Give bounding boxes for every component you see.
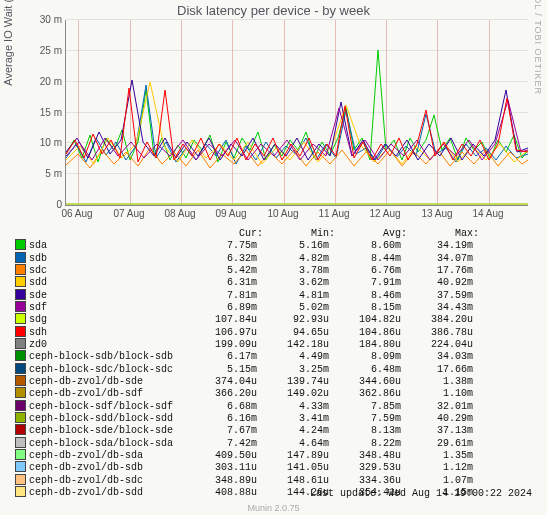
- legend-row: ceph-db-zvol/db-sda 409.50u 147.89u 348.…: [15, 450, 479, 462]
- legend-swatch: [15, 363, 26, 374]
- legend-swatch: [15, 276, 26, 287]
- legend-row: ceph-block-sdf/block-sdf 6.68m 4.33m 7.8…: [15, 401, 479, 413]
- legend-swatch: [15, 412, 26, 423]
- legend-swatch: [15, 375, 26, 386]
- xtick-3: 09 Aug: [215, 208, 246, 219]
- legend-swatch: [15, 239, 26, 250]
- ytick-1: 5 m: [22, 168, 62, 179]
- ytick-0: 0: [22, 199, 62, 210]
- legend-row: sdf 6.89m 5.02m 8.15m 34.43m: [15, 302, 479, 314]
- legend-row: sda 7.75m 5.16m 8.60m 34.19m: [15, 240, 479, 252]
- legend-swatch: [15, 461, 26, 472]
- legend-swatch: [15, 350, 26, 361]
- legend-swatch: [15, 474, 26, 485]
- chart-container: Disk latency per device - by week Averag…: [0, 0, 547, 515]
- legend-swatch: [15, 313, 26, 324]
- legend-row: zd0 199.09u 142.18u 184.80u 224.04u: [15, 339, 479, 351]
- legend-swatch: [15, 252, 26, 263]
- legend-swatch: [15, 264, 26, 275]
- legend-row: sdc 5.42m 3.78m 6.76m 17.76m: [15, 265, 479, 277]
- legend-row: ceph-block-sdd/block-sdd 6.16m 3.41m 7.5…: [15, 413, 479, 425]
- xtick-4: 10 Aug: [267, 208, 298, 219]
- watermark-text: RRDTOOL / TOBI OETIKER: [533, 0, 543, 95]
- xtick-1: 07 Aug: [113, 208, 144, 219]
- ytick-5: 25 m: [22, 45, 62, 56]
- legend-swatch: [15, 424, 26, 435]
- legend-swatch: [15, 326, 26, 337]
- legend-row: sdh 106.97u 94.65u 104.86u 386.78u: [15, 327, 479, 339]
- legend-header: Cur: Min: Avg: Max:: [29, 228, 479, 240]
- xtick-0: 06 Aug: [61, 208, 92, 219]
- ytick-4: 20 m: [22, 76, 62, 87]
- xtick-7: 13 Aug: [421, 208, 452, 219]
- xtick-5: 11 Aug: [318, 208, 349, 219]
- ytick-6: 30 m: [22, 14, 62, 25]
- legend-row: ceph-db-zvol/db-sdb 303.11u 141.05u 329.…: [15, 462, 479, 474]
- xtick-6: 12 Aug: [369, 208, 400, 219]
- y-axis-label: Average IO Wait (seconds): [2, 0, 14, 110]
- legend-swatch: [15, 437, 26, 448]
- legend-row: ceph-block-sda/block-sda 7.42m 4.64m 8.2…: [15, 438, 479, 450]
- legend-row: ceph-db-zvol/db-sde 374.04u 139.74u 344.…: [15, 376, 479, 388]
- chart-lines: [66, 20, 528, 205]
- legend-swatch: [15, 486, 26, 497]
- legend-row: ceph-db-zvol/db-sdf 366.20u 149.02u 362.…: [15, 388, 479, 400]
- legend-row: ceph-block-sdc/block-sdc 5.15m 3.25m 6.4…: [15, 364, 479, 376]
- last-update-text: Last update: Wed Aug 14 19:00:22 2024: [310, 488, 532, 499]
- legend-row: sdg 107.84u 92.93u 104.82u 384.20u: [15, 314, 479, 326]
- legend: Cur: Min: Avg: Max:sda 7.75m 5.16m 8.60m…: [15, 228, 479, 499]
- legend-row: sdd 6.31m 3.62m 7.91m 40.92m: [15, 277, 479, 289]
- legend-row: sde 7.81m 4.81m 8.46m 37.59m: [15, 290, 479, 302]
- legend-swatch: [15, 387, 26, 398]
- chart-title: Disk latency per device - by week: [0, 3, 547, 18]
- legend-swatch: [15, 338, 26, 349]
- plot-area: [65, 20, 528, 206]
- legend-swatch: [15, 289, 26, 300]
- ytick-2: 10 m: [22, 137, 62, 148]
- xtick-8: 14 Aug: [472, 208, 503, 219]
- legend-row: ceph-block-sdb/block-sdb 6.17m 4.49m 8.0…: [15, 351, 479, 363]
- xtick-2: 08 Aug: [164, 208, 195, 219]
- legend-row: sdb 6.32m 4.82m 8.44m 34.07m: [15, 253, 479, 265]
- legend-swatch: [15, 449, 26, 460]
- ytick-3: 15 m: [22, 107, 62, 118]
- legend-row: ceph-db-zvol/db-sdc 348.89u 148.61u 334.…: [15, 475, 479, 487]
- version-text: Munin 2.0.75: [0, 503, 547, 513]
- legend-swatch: [15, 301, 26, 312]
- legend-row: ceph-block-sde/block-sde 7.67m 4.24m 8.1…: [15, 425, 479, 437]
- legend-swatch: [15, 400, 26, 411]
